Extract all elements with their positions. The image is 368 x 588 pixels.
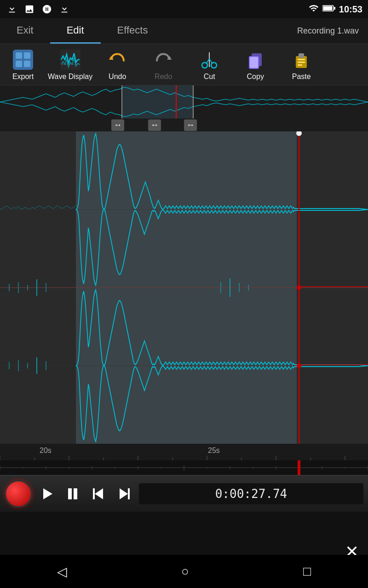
svg-point-68: [297, 285, 301, 290]
status-bar: 10:53: [0, 0, 368, 18]
mid-handle[interactable]: ↔: [148, 119, 161, 131]
mini-waveform[interactable]: [0, 85, 368, 119]
status-icons-left: [6, 3, 71, 16]
paste-icon: [290, 49, 312, 71]
cut-label: Cut: [204, 73, 215, 81]
handle-row: ↔ ↔ ↔: [0, 119, 368, 131]
redo-tool[interactable]: Redo: [140, 44, 186, 85]
svg-text:20s: 20s: [40, 447, 52, 454]
home-button[interactable]: ○: [181, 564, 189, 579]
svg-point-70: [297, 363, 301, 368]
nav-bar: ◁ ○ □: [0, 555, 368, 588]
svg-rect-4: [16, 52, 22, 59]
svg-rect-71: [0, 444, 368, 460]
undo-tool[interactable]: Undo: [94, 44, 140, 85]
gplus-icon: [40, 3, 53, 16]
svg-text:25s: 25s: [208, 447, 220, 454]
svg-rect-24: [298, 64, 302, 66]
status-right: 10:53: [309, 3, 362, 16]
left-handle[interactable]: ↔: [111, 119, 124, 131]
svg-rect-1: [323, 6, 332, 10]
battery-icon: [322, 5, 335, 14]
cut-tool[interactable]: Cut: [186, 44, 232, 85]
undo-label: Undo: [109, 73, 126, 81]
tab-effects[interactable]: Effects: [101, 18, 165, 44]
redo-icon: [152, 49, 174, 71]
toolbar: Export Wave Display Undo: [0, 44, 368, 85]
svg-rect-2: [334, 7, 335, 10]
svg-marker-105: [43, 488, 52, 499]
right-handle[interactable]: ↔: [184, 119, 197, 131]
undo-icon: [106, 49, 128, 71]
svg-marker-109: [95, 488, 103, 499]
svg-rect-23: [298, 62, 305, 63]
svg-marker-110: [120, 488, 128, 499]
record-button[interactable]: [5, 480, 32, 508]
tab-exit[interactable]: Exit: [0, 18, 50, 44]
svg-rect-26: [122, 85, 193, 119]
scrubber-bar[interactable]: [0, 460, 368, 475]
main-waveform[interactable]: [0, 131, 368, 444]
rewind-button[interactable]: [87, 483, 109, 505]
svg-line-16: [209, 59, 213, 64]
wave-display-icon: [59, 49, 81, 71]
redo-label: Redo: [155, 73, 172, 81]
export-tool[interactable]: Export: [0, 44, 46, 85]
download2-icon: [58, 3, 71, 16]
paste-label: Paste: [292, 73, 311, 81]
timeline: 20s 25s: [0, 444, 368, 460]
back-button[interactable]: ◁: [57, 564, 67, 579]
cut-icon: [198, 49, 220, 71]
wifi-icon: [309, 3, 319, 16]
svg-rect-107: [74, 488, 77, 499]
svg-rect-108: [93, 488, 95, 499]
export-icon: [12, 49, 34, 71]
copy-label: Copy: [247, 73, 264, 81]
svg-rect-111: [128, 488, 130, 499]
time-display: 10:53: [339, 4, 362, 15]
svg-rect-106: [68, 488, 72, 499]
tab-edit[interactable]: Edit: [50, 18, 101, 44]
copy-tool[interactable]: Copy: [232, 44, 278, 85]
wave-display-label: Wave Display: [48, 73, 92, 81]
tab-bar: Exit Edit Effects Recording 1.wav: [0, 18, 368, 44]
copy-icon: [244, 49, 266, 71]
svg-rect-104: [298, 460, 300, 475]
svg-rect-6: [16, 61, 22, 67]
svg-line-15: [206, 59, 209, 64]
time-display: 0:00:27.74: [139, 483, 363, 504]
fastforward-button[interactable]: [113, 483, 135, 505]
recents-button[interactable]: □: [303, 564, 311, 579]
download-icon: [6, 3, 18, 16]
recording-filename: Recording 1.wav: [288, 18, 368, 44]
svg-rect-22: [298, 59, 305, 60]
paste-tool[interactable]: Paste: [278, 44, 324, 85]
export-label: Export: [12, 73, 34, 81]
svg-rect-21: [299, 53, 304, 58]
svg-rect-19: [250, 57, 258, 68]
pause-button[interactable]: [62, 483, 84, 505]
play-button[interactable]: [36, 483, 58, 505]
image-icon: [23, 3, 36, 16]
transport-controls: 0:00:27.74: [0, 475, 368, 512]
wave-display-tool[interactable]: Wave Display: [46, 44, 94, 85]
svg-rect-7: [24, 61, 30, 67]
svg-rect-5: [24, 52, 30, 59]
